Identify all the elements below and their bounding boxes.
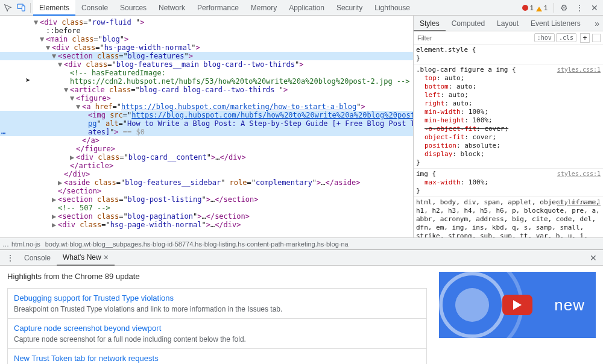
drawer-menu-icon[interactable]: ⋮ — [2, 253, 18, 263]
tab-console[interactable]: Console — [75, 0, 114, 16]
whats-new-item[interactable]: New Trust Token tab for network requests — [7, 349, 427, 364]
thumb-text: new — [554, 296, 585, 315]
selected-node-indicator: == $0 — [123, 128, 145, 136]
crumb-html[interactable]: html.no-js — [9, 240, 43, 248]
styles-pane: Styles Computed Layout Event Listeners »… — [413, 16, 603, 237]
rule-source-link[interactable]: styles.css:1 — [557, 66, 601, 74]
styles-filter-input[interactable] — [414, 34, 534, 42]
whats-new-item[interactable]: Capture node screenshot beyond viewport … — [7, 319, 427, 349]
crumb-ellipsis-icon[interactable]: … — [2, 240, 9, 248]
device-toggle-icon[interactable] — [14, 1, 28, 14]
rule-source-link[interactable]: styles.css:1 — [557, 170, 601, 178]
drawer-tab-whats-new[interactable]: What's New × — [57, 250, 115, 266]
img-alt-value: How to Write a Blog Post: A Step-by-Step… — [127, 119, 413, 128]
tab-sources[interactable]: Sources — [114, 0, 153, 16]
tab-lighthouse[interactable]: Lighthouse — [368, 0, 416, 16]
tab-application[interactable]: Application — [283, 0, 330, 16]
devtools-toolbar: Elements Console Sources Network Perform… — [0, 0, 603, 16]
play-icon — [502, 295, 532, 315]
settings-icon[interactable]: ⚙ — [557, 3, 572, 13]
elements-tree[interactable]: ➤ ⋯ ▼<div class="row-fluid "> ::before ▼… — [0, 16, 413, 237]
error-icon — [522, 5, 528, 11]
whats-new-headline: Highlights from the Chrome 89 update — [7, 272, 427, 281]
rule-element-style[interactable]: element.style { — [416, 46, 601, 54]
pseudo-before: ::before — [46, 27, 81, 35]
anchor-href-link[interactable]: https://blog.hubspot.com/marketing/how-t… — [121, 102, 356, 111]
styles-tab-layout[interactable]: Layout — [491, 16, 525, 31]
collapsed-ellipsis-icon: ⋯ — [1, 129, 5, 137]
cursor-icon: ➤ — [25, 76, 30, 84]
drawer-close-icon[interactable]: ✕ — [586, 253, 601, 263]
add-rule-button[interactable]: + — [580, 33, 590, 43]
styles-tab-event-listeners[interactable]: Event Listeners — [525, 16, 587, 31]
img-src-link[interactable]: https://blog.hubspot.com/hubfs/how%20to%… — [131, 111, 413, 119]
cls-toggle[interactable]: .cls — [556, 33, 576, 42]
svg-rect-1 — [22, 6, 25, 11]
warning-icon — [536, 4, 542, 11]
tab-memory[interactable]: Memory — [245, 0, 283, 16]
drawer-tab-console[interactable]: Console — [18, 250, 57, 266]
inspect-icon[interactable] — [1, 1, 14, 14]
styles-tab-styles[interactable]: Styles — [414, 16, 446, 31]
hov-toggle[interactable]: :hov — [534, 33, 555, 42]
dom-comment: <!-- hasFeaturedImage: — [70, 69, 166, 77]
close-tab-icon[interactable]: × — [104, 249, 109, 265]
rule-source-link[interactable]: styles.css:1 — [557, 198, 601, 207]
whats-new-item[interactable]: Debugging support for Trusted Type viola… — [7, 288, 427, 319]
warning-count: 1 — [544, 4, 548, 11]
close-devtools-icon[interactable]: ✕ — [587, 3, 602, 13]
more-icon[interactable]: ⋮ — [572, 3, 587, 13]
error-count: 1 — [530, 4, 534, 11]
tab-performance[interactable]: Performance — [191, 0, 245, 16]
tab-elements[interactable]: Elements — [33, 0, 75, 16]
issue-counter[interactable]: 1 1 — [519, 4, 551, 11]
more-tabs-icon[interactable]: » — [591, 19, 603, 28]
device-mode-icon[interactable] — [592, 34, 601, 42]
tab-security[interactable]: Security — [330, 0, 368, 16]
crumb-body[interactable]: body.wt-blog.wt-blog__subpages.hs-blog-i… — [43, 240, 351, 248]
dom-breadcrumbs[interactable]: … html.no-js body.wt-blog.wt-blog__subpa… — [0, 237, 603, 249]
styles-tab-computed[interactable]: Computed — [446, 16, 491, 31]
whats-new-video-thumb[interactable]: new — [439, 272, 596, 338]
tab-network[interactable]: Network — [153, 0, 191, 16]
